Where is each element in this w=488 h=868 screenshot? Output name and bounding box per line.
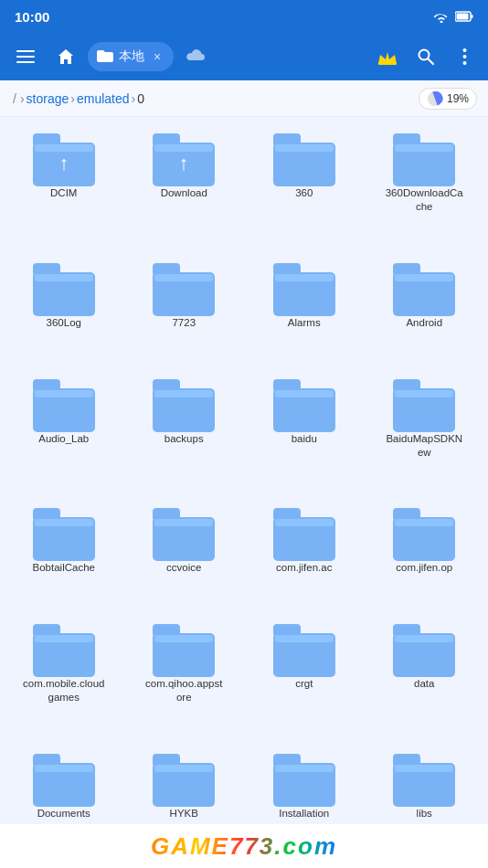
folder-item[interactable]: ↑Download: [124, 124, 245, 254]
folder-item[interactable]: Audio_Lab: [4, 370, 124, 500]
svg-rect-82: [393, 754, 420, 767]
svg-rect-68: [275, 635, 334, 642]
folder-icon: [393, 263, 455, 316]
folder-item[interactable]: BaiduMapSDKNew: [365, 370, 485, 500]
folder-item[interactable]: backups: [124, 370, 245, 500]
more-button[interactable]: [448, 40, 481, 73]
file-grid: ↑DCIM↑Download360360DownloadCache360Log7…: [0, 117, 488, 868]
folder-icon: [393, 508, 455, 561]
svg-rect-20: [275, 144, 334, 152]
folder-icon: [273, 508, 335, 561]
svg-rect-16: [154, 144, 213, 152]
folder-label: BobtailCache: [33, 561, 95, 575]
svg-rect-76: [153, 754, 180, 767]
storage-percent: 19%: [447, 92, 469, 105]
folder-label: 7723: [172, 316, 196, 330]
folder-item[interactable]: Android: [365, 254, 485, 370]
svg-rect-37: [33, 379, 60, 392]
svg-rect-19: [273, 133, 301, 146]
breadcrumb-chevron3: ›: [132, 91, 136, 106]
folder-item[interactable]: BobtailCache: [4, 499, 124, 615]
breadcrumb-chevron1: ›: [20, 91, 25, 106]
breadcrumb-storage[interactable]: storage: [27, 91, 69, 106]
folder-icon: [273, 379, 335, 432]
svg-line-5: [429, 59, 434, 65]
folder-item[interactable]: com.qihoo.appstore: [124, 615, 245, 745]
svg-point-6: [462, 48, 466, 52]
folder-label: com.mobile.cloudgames: [23, 677, 105, 704]
tab-close-button[interactable]: ×: [150, 49, 164, 64]
search-button[interactable]: [409, 40, 442, 73]
folder-icon: ↑: [153, 133, 215, 186]
folder-icon: [393, 754, 455, 807]
svg-rect-56: [275, 519, 334, 526]
svg-rect-73: [33, 754, 60, 767]
menu-button[interactable]: [7, 38, 44, 75]
svg-rect-22: [393, 133, 420, 146]
svg-rect-50: [35, 519, 93, 526]
crown-button[interactable]: [371, 40, 404, 73]
svg-rect-35: [395, 274, 453, 281]
svg-rect-58: [393, 508, 420, 521]
svg-rect-62: [35, 635, 93, 642]
folder-item[interactable]: com.jifen.ac: [244, 499, 365, 615]
svg-rect-38: [35, 390, 93, 397]
tab-label: 本地: [119, 48, 144, 65]
svg-rect-41: [154, 390, 213, 397]
svg-rect-59: [395, 519, 453, 526]
svg-rect-31: [273, 263, 301, 276]
folder-label: HYKB: [170, 807, 198, 820]
folder-icon: [153, 624, 215, 677]
local-tab[interactable]: 本地 ×: [88, 42, 174, 71]
folder-icon: [393, 624, 455, 677]
folder-tab-icon: [97, 49, 113, 64]
folder-item[interactable]: com.mobile.cloudgames: [4, 615, 124, 745]
svg-rect-67: [273, 624, 301, 637]
folder-label: com.qihoo.appstore: [143, 677, 225, 704]
breadcrumb-emulated[interactable]: emulated: [77, 91, 130, 106]
svg-rect-65: [154, 635, 213, 642]
svg-rect-71: [395, 635, 453, 642]
svg-point-7: [462, 55, 466, 58]
folder-label: backups: [164, 432, 204, 446]
folder-label: Audio_Lab: [38, 432, 89, 446]
folder-item[interactable]: 7723: [124, 254, 245, 370]
breadcrumb-chevron2: ›: [70, 91, 75, 106]
svg-point-8: [462, 61, 466, 65]
nav-bar: 本地 ×: [0, 33, 488, 80]
folder-item[interactable]: 360DownloadCache: [365, 124, 485, 254]
svg-rect-2: [472, 15, 473, 18]
folder-item[interactable]: 360: [244, 124, 365, 254]
svg-rect-52: [153, 508, 180, 521]
cloud-button[interactable]: [179, 40, 212, 73]
svg-rect-34: [393, 263, 420, 276]
folder-label: crgt: [295, 677, 313, 691]
folder-item[interactable]: Alarms: [244, 254, 365, 370]
wifi-icon: [433, 10, 450, 23]
folder-item[interactable]: data: [365, 615, 485, 745]
folder-item[interactable]: ccvoice: [124, 499, 245, 615]
breadcrumb-current: 0: [137, 91, 144, 106]
svg-rect-79: [273, 754, 301, 767]
home-button[interactable]: [49, 40, 82, 73]
folder-icon: [393, 379, 455, 432]
svg-text:↑: ↑: [58, 152, 69, 175]
folder-label: Documents: [37, 807, 90, 820]
folder-item[interactable]: ↑DCIM: [4, 124, 124, 254]
status-time: 10:00: [15, 9, 49, 25]
svg-rect-77: [154, 765, 213, 772]
folder-label: Download: [161, 186, 207, 200]
svg-rect-32: [275, 274, 334, 281]
svg-rect-83: [395, 765, 453, 772]
folder-item[interactable]: crgt: [244, 615, 365, 745]
folder-item[interactable]: baidu: [244, 370, 365, 500]
folder-icon: [393, 133, 455, 186]
svg-rect-44: [275, 390, 334, 397]
folder-item[interactable]: com.jifen.op: [365, 499, 485, 615]
folder-label: libs: [417, 807, 432, 820]
folder-label: Alarms: [288, 316, 321, 330]
svg-text:↑: ↑: [179, 152, 189, 175]
folder-label: 360: [295, 186, 313, 200]
folder-label: com.jifen.ac: [276, 561, 332, 575]
folder-item[interactable]: 360Log: [4, 254, 124, 370]
